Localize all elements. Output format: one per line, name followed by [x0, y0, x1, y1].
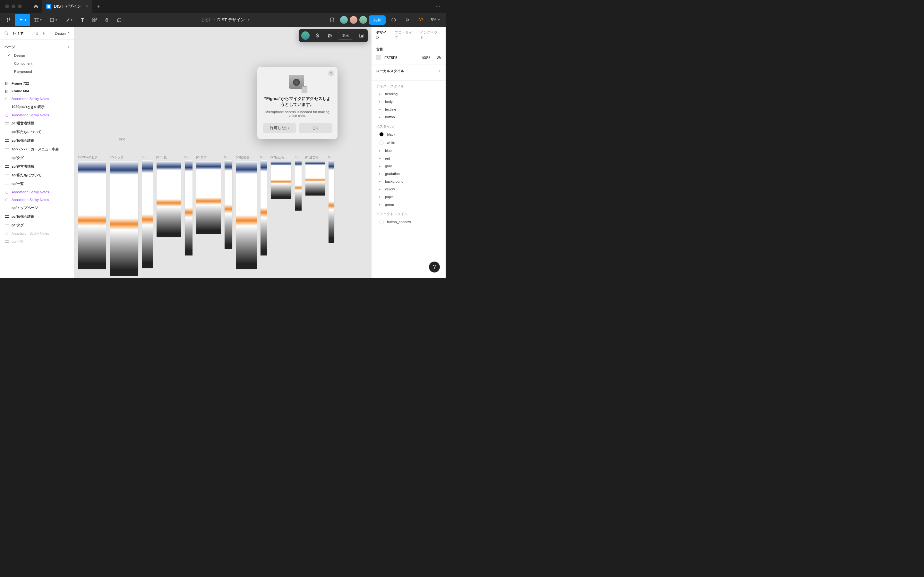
- share-button[interactable]: 共有: [369, 15, 386, 25]
- frame-thumbnail[interactable]: [156, 161, 181, 237]
- layer-item[interactable]: sp/一覧: [0, 179, 74, 188]
- layer-item[interactable]: Annotation Sticky Notes: [0, 95, 74, 103]
- ok-button[interactable]: OK: [299, 123, 332, 133]
- close-window[interactable]: [5, 5, 9, 8]
- frame-thumbnail[interactable]: [305, 161, 325, 196]
- audio-button[interactable]: [326, 14, 338, 26]
- page-item[interactable]: ✓Playground: [5, 67, 69, 75]
- color-style-item[interactable]: ▸gradation: [372, 170, 446, 177]
- frame-thumbnail[interactable]: [142, 160, 153, 269]
- expand-audio-icon[interactable]: [357, 33, 365, 38]
- color-style-item[interactable]: black: [372, 130, 446, 139]
- panel-mode-dropdown[interactable]: Design ⌃: [55, 31, 69, 35]
- canvas-frame[interactable]: s...: [142, 155, 153, 276]
- figma-menu-button[interactable]: [3, 14, 15, 26]
- layer-item[interactable]: sp/運営者情報: [0, 162, 74, 171]
- canvas-frame[interactable]: 1920pxのとき...: [78, 155, 107, 276]
- text-tool[interactable]: [76, 14, 89, 26]
- dev-mode-button[interactable]: [388, 14, 400, 26]
- layer-item[interactable]: sp/ハンバーガーメニュー中身: [0, 145, 74, 153]
- canvas-frame[interactable]: s...: [295, 155, 302, 276]
- canvas-frame[interactable]: s...: [224, 155, 233, 276]
- frame-thumbnail[interactable]: [196, 161, 221, 234]
- dialog-help-button[interactable]: ?: [328, 70, 334, 77]
- frame-thumbnail[interactable]: [328, 160, 334, 243]
- layer-item[interactable]: sp/私たちについて: [0, 171, 74, 179]
- comment-tool[interactable]: [113, 14, 125, 26]
- user-avatar-1[interactable]: [340, 16, 348, 24]
- layer-item[interactable]: Frame 722: [0, 79, 74, 87]
- user-avatar-3[interactable]: [359, 16, 367, 24]
- color-style-item[interactable]: white: [372, 139, 446, 147]
- text-style-item[interactable]: ▸textline: [372, 105, 446, 113]
- layer-item[interactable]: pc/一覧: [0, 237, 74, 246]
- background-color-swatch[interactable]: [376, 55, 381, 60]
- frame-thumbnail[interactable]: [184, 160, 193, 256]
- audio-settings-icon[interactable]: [326, 33, 334, 38]
- background-hex[interactable]: E5E5E5: [384, 56, 397, 60]
- color-style-item[interactable]: ▸green: [372, 201, 446, 208]
- resources-tool[interactable]: [89, 14, 101, 26]
- tab-prototype[interactable]: プロトタイプ: [395, 30, 416, 40]
- canvas-frame[interactable]: pc/一覧: [156, 155, 181, 276]
- color-style-item[interactable]: ▸puple: [372, 193, 446, 201]
- layer-item[interactable]: Frame 684: [0, 87, 74, 95]
- background-opacity[interactable]: 100%: [421, 56, 430, 60]
- page-item[interactable]: ✓Component: [5, 59, 69, 67]
- chevron-down-icon[interactable]: ▾: [248, 18, 250, 21]
- add-style-button[interactable]: +: [439, 68, 441, 73]
- maximize-window[interactable]: [18, 5, 22, 8]
- help-fab-button[interactable]: ?: [429, 261, 440, 272]
- color-style-item[interactable]: ▸background: [372, 177, 446, 185]
- color-style-item[interactable]: ▸gray: [372, 162, 446, 170]
- layers-list[interactable]: Frame 722Frame 684Annotation Sticky Note…: [0, 78, 74, 278]
- frame-thumbnail[interactable]: [236, 161, 257, 269]
- breadcrumb-file[interactable]: DIST デザイン: [218, 17, 245, 23]
- exit-audio-button[interactable]: 退出: [338, 32, 353, 40]
- frame-thumbnail[interactable]: [78, 161, 107, 269]
- layer-item[interactable]: Annotation Sticky Notes: [0, 188, 74, 196]
- text-style-item[interactable]: ▸body: [372, 98, 446, 105]
- color-style-item[interactable]: ▸red: [372, 155, 446, 162]
- move-tool[interactable]: ▾: [15, 14, 30, 26]
- layer-item[interactable]: sp/勉強会詳細: [0, 136, 74, 145]
- minimize-window[interactable]: [11, 5, 15, 8]
- breadcrumb-project[interactable]: DIST: [202, 18, 211, 23]
- canvas-frame[interactable]: pc/勉強会...: [236, 155, 257, 276]
- canvas-frame[interactable]: pc/タグ: [196, 155, 221, 276]
- file-tab[interactable]: DIST デザイン ×: [42, 0, 92, 13]
- color-style-item[interactable]: ▸blue: [372, 147, 446, 155]
- user-avatar-2[interactable]: [350, 16, 357, 24]
- zoom-control[interactable]: 5% ▾: [428, 18, 443, 22]
- layer-item[interactable]: Annotation Sticky Notes: [0, 111, 74, 119]
- canvas-frame[interactable]: pc/運営者...: [305, 155, 325, 276]
- layer-item[interactable]: sp/トップページ: [0, 203, 74, 212]
- layer-item[interactable]: pc/勉強会詳細: [0, 212, 74, 221]
- frame-thumbnail[interactable]: [110, 161, 139, 276]
- canvas-frame[interactable]: s...: [260, 155, 267, 276]
- new-tab-button[interactable]: +: [92, 0, 105, 13]
- layer-item[interactable]: 1920pxのときの表示: [0, 103, 74, 111]
- pen-tool[interactable]: ▾: [61, 14, 76, 26]
- layer-item[interactable]: sp/タグ: [0, 153, 74, 162]
- audio-participant-avatar[interactable]: [301, 31, 310, 40]
- missing-fonts-badge[interactable]: A?: [416, 18, 426, 22]
- canvas-frame[interactable]: s...: [328, 155, 334, 276]
- layer-item[interactable]: Annotation Sticky Notes: [0, 196, 74, 203]
- close-tab-icon[interactable]: ×: [86, 4, 88, 9]
- canvas-frame[interactable]: s...: [184, 155, 193, 276]
- deny-button[interactable]: 許可しない: [263, 123, 296, 133]
- frame-thumbnail[interactable]: [295, 160, 302, 211]
- mute-mic-icon[interactable]: [313, 33, 322, 38]
- more-menu-button[interactable]: ⋯: [433, 1, 443, 12]
- canvas-frame[interactable]: pc/私たち...: [270, 155, 292, 276]
- layer-item[interactable]: Annotation Sticky Notes: [0, 229, 74, 237]
- text-style-item[interactable]: ▸button: [372, 113, 446, 121]
- frame-thumbnail[interactable]: [224, 160, 233, 250]
- tab-assets[interactable]: アセット: [31, 31, 45, 35]
- shape-tool[interactable]: ▾: [45, 14, 61, 26]
- visibility-toggle-icon[interactable]: [437, 55, 441, 60]
- layer-item[interactable]: pc/私たちについて: [0, 127, 74, 136]
- present-button[interactable]: [402, 14, 414, 26]
- canvas[interactable]: 退出 slide 1920pxのとき...pc/トップ...s...pc/一覧s…: [74, 27, 371, 278]
